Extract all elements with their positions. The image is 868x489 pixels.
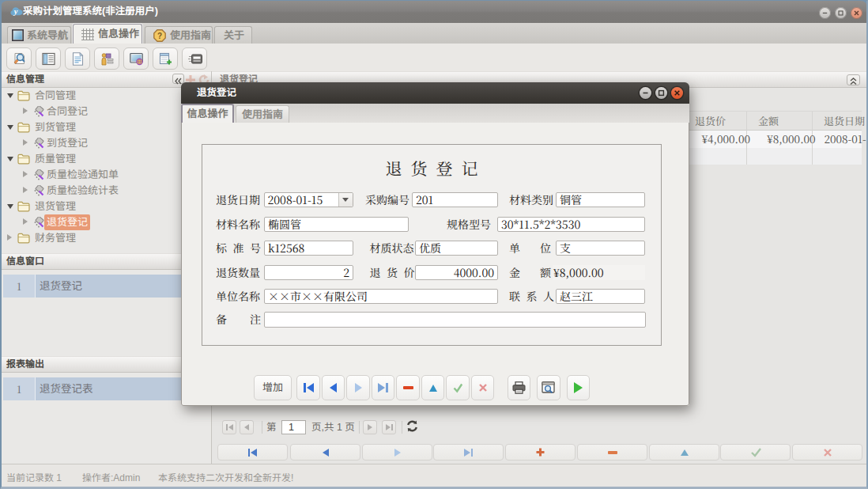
svg-text:?: ? [157, 32, 162, 40]
